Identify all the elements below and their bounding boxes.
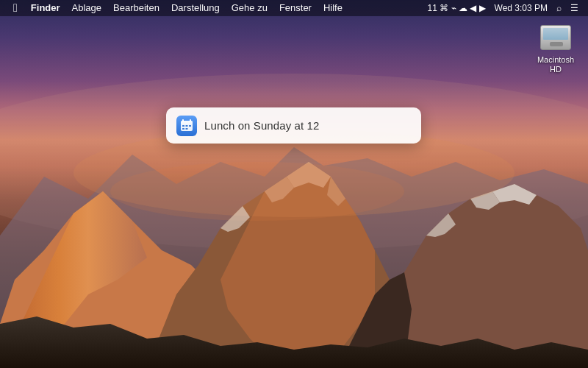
calendar-icon <box>176 116 197 136</box>
svg-rect-26 <box>189 125 191 127</box>
menubar-right: 11 ⌘ ⌁ ☁ ◀ ▶ Wed 3:03 PM ⌕ ☰ <box>423 0 588 16</box>
menubar-left:  Finder Ablage Bearbeiten Darstellung G… <box>0 0 348 16</box>
svg-rect-27 <box>182 128 184 130</box>
menu-ablage[interactable]: Ablage <box>66 0 107 16</box>
desktop:  Finder Ablage Bearbeiten Darstellung G… <box>0 0 588 368</box>
macintosh-hd-icon[interactable]: Macintosh HD <box>532 22 579 74</box>
svg-rect-25 <box>186 125 188 127</box>
menu-gehe-zu[interactable]: Gehe zu <box>226 0 273 16</box>
menubar:  Finder Ablage Bearbeiten Darstellung G… <box>0 0 588 16</box>
menu-hilfe[interactable]: Hilfe <box>318 0 348 16</box>
app-name[interactable]: Finder <box>25 0 66 16</box>
menu-darstellung[interactable]: Darstellung <box>165 0 226 16</box>
status-icons: 11 ⌘ ⌁ ☁ ◀ ▶ <box>423 0 489 16</box>
svg-rect-28 <box>186 128 188 130</box>
svg-rect-23 <box>190 119 191 122</box>
apple-menu[interactable]:  <box>6 0 25 16</box>
search-icon[interactable]: ⌕ <box>553 0 565 16</box>
notification-icon[interactable]: ☰ <box>567 0 582 16</box>
hd-icon-image <box>540 22 571 53</box>
hd-icon-label: Macintosh HD <box>532 55 579 74</box>
notification-bar[interactable]: Lunch on Sunday at 12 <box>166 107 421 144</box>
datetime: Wed 3:03 PM <box>491 0 551 16</box>
menu-fenster[interactable]: Fenster <box>273 0 318 16</box>
svg-rect-24 <box>182 125 184 127</box>
svg-point-16 <box>110 162 404 221</box>
calendar-icon-svg <box>180 119 193 132</box>
menu-bearbeiten[interactable]: Bearbeiten <box>107 0 165 16</box>
svg-rect-22 <box>182 119 184 122</box>
notification-text: Lunch on Sunday at 12 <box>204 119 319 132</box>
